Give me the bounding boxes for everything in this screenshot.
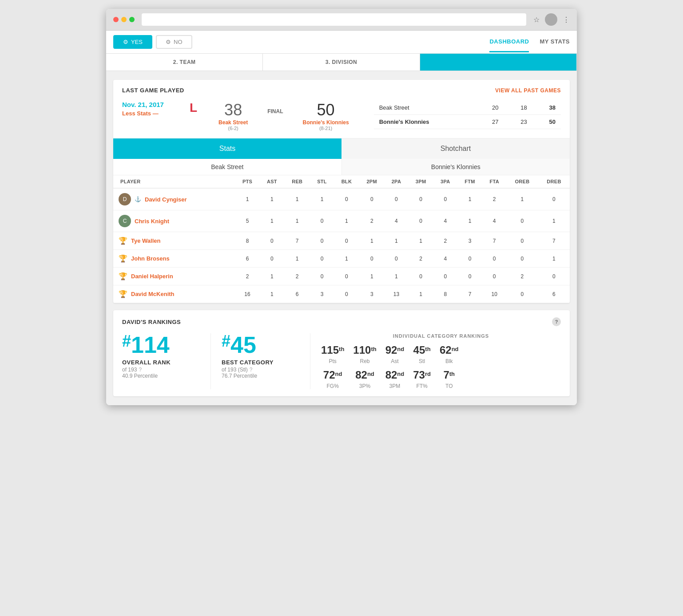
- trophy-icon: 🏆: [119, 290, 127, 298]
- team2-record: (8-21): [302, 126, 349, 131]
- player-name-link[interactable]: Tye Wallen: [131, 237, 160, 244]
- ind-rank-sup2: rd: [425, 371, 431, 377]
- stats-col-header: 2PA: [385, 175, 409, 188]
- nav-link-dashboard[interactable]: DASHBOARD: [489, 32, 529, 52]
- view-all-link[interactable]: VIEW ALL PAST GAMES: [495, 87, 561, 94]
- browser-icons: ☆ ⋮: [533, 13, 570, 26]
- score-table: Beak Street 20 18 38 Bonnie's Klonnies 2…: [374, 101, 561, 129]
- address-bar[interactable]: [142, 13, 526, 26]
- stats-col-header: PLAYER: [113, 175, 235, 188]
- player-name-link[interactable]: Chris Knight: [135, 218, 169, 225]
- ind-rank-col: 115th Pts 72nd FG%: [321, 344, 344, 389]
- ind-rank-num: 45: [413, 344, 425, 356]
- stats-col-header: 2PM: [359, 175, 385, 188]
- stats-cell: 4: [433, 250, 457, 268]
- ind-rank-label2: TO: [440, 383, 459, 389]
- toggle-yes-button[interactable]: ⚙ YES: [113, 35, 152, 49]
- stats-col-header: AST: [259, 175, 284, 188]
- stats-cell: 3: [310, 285, 334, 303]
- less-stats[interactable]: Less Stats —: [122, 110, 175, 117]
- player-cell: D⚓David Cyngiser: [113, 188, 235, 210]
- toggle-group: ⚙ YES ⚙ NO: [113, 31, 192, 53]
- stats-cell: 6: [284, 285, 310, 303]
- dot-green[interactable]: [129, 17, 135, 22]
- team1-score-block: 38 Beak Street (6-2): [211, 101, 255, 131]
- stats-cell: 0: [310, 210, 334, 232]
- ind-rank-sup: th: [339, 346, 344, 352]
- team2-name: Bonnie's Klonnies: [302, 119, 349, 126]
- score-table-row: Bonnie's Klonnies 27 23 50: [374, 115, 561, 129]
- player-name-link[interactable]: David McKenith: [131, 291, 175, 297]
- toggle-no-button[interactable]: ⚙ NO: [156, 35, 192, 49]
- stats-col-header: DREB: [538, 175, 570, 188]
- stats-cell: 0: [259, 232, 284, 250]
- stats-cell: 0: [334, 232, 359, 250]
- player-name-link[interactable]: Daniel Halperin: [131, 273, 173, 280]
- ind-rank-row2: 7th: [440, 369, 459, 381]
- best-cat-number: 45: [230, 333, 256, 356]
- star-icon[interactable]: ☆: [533, 16, 540, 24]
- stats-cell: 1: [457, 210, 483, 232]
- stats-cell: 1: [538, 210, 570, 232]
- stats-cell: 1: [284, 188, 310, 210]
- stats-table-row: 🏆Tye Wallen8070011123707: [113, 232, 570, 250]
- player-cell: 🏆Tye Wallen: [113, 232, 235, 250]
- ind-rank-row2: 82nd: [385, 369, 405, 381]
- stats-cell: 3: [359, 285, 385, 303]
- ind-rank-col: 45th Stl 73rd FT%: [413, 344, 431, 389]
- ind-rank-num: 110: [353, 344, 371, 356]
- stats-cell: 0: [457, 268, 483, 285]
- final-label: FINAL: [264, 108, 286, 115]
- last-game-title: LAST GAME PLAYED: [122, 87, 184, 94]
- stats-cell: 1: [284, 210, 310, 232]
- individual-rankings: INDIVIDUAL CATEGORY RANKINGS 115th Pts 7…: [321, 333, 561, 389]
- player-avatar: C: [119, 215, 131, 227]
- dot-red[interactable]: [113, 17, 119, 22]
- stats-cell: 0: [433, 268, 457, 285]
- trophy-icon: 🏆: [119, 254, 127, 263]
- browser-avatar[interactable]: [545, 13, 557, 26]
- ind-rank-sup2: nd: [367, 371, 374, 377]
- stats-cell: 0: [538, 268, 570, 285]
- nav-link-mystats[interactable]: MY STATS: [540, 32, 570, 52]
- step-2[interactable]: 2. TEAM: [106, 54, 263, 71]
- help-icon[interactable]: ?: [552, 317, 561, 326]
- team-header-beak: Beak Street: [113, 159, 342, 175]
- ind-rank-sup: th: [425, 346, 430, 352]
- stats-table-row: CChris Knight5110124041401: [113, 210, 570, 232]
- stats-cell: 0: [538, 188, 570, 210]
- player-cell: 🏆David McKenith: [113, 285, 235, 303]
- rankings-title: DAVID'S RANKINGS: [122, 319, 181, 325]
- player-name-link[interactable]: David Cyngiser: [145, 196, 187, 203]
- browser-dots: [113, 17, 135, 22]
- stats-cell: 1: [259, 268, 284, 285]
- tab-shotchart[interactable]: Shotchart: [342, 138, 570, 159]
- stats-cell: 1: [235, 188, 260, 210]
- stats-cell: 1: [334, 250, 359, 268]
- team-headers: Beak Street Bonnie's Klonnies: [113, 159, 570, 175]
- player-name-link[interactable]: John Brosens: [131, 255, 170, 262]
- stats-table-wrap: PLAYERPTSASTREBSTLBLK2PM2PA3PM3PAFTMFTAO…: [113, 175, 570, 303]
- ind-rank-num: 115: [321, 344, 339, 356]
- ind-rank-row2: 82nd: [353, 369, 376, 381]
- stats-header-row: PLAYERPTSASTREBSTLBLK2PM2PA3PM3PAFTMFTAO…: [113, 175, 570, 188]
- ind-rank-label: Reb: [353, 358, 376, 364]
- stats-cell: 10: [482, 285, 506, 303]
- dot-yellow[interactable]: [121, 17, 127, 22]
- stats-cell: 7: [284, 232, 310, 250]
- tab-stats[interactable]: Stats: [113, 138, 342, 159]
- stats-table-row: D⚓David Cyngiser1111000001210: [113, 188, 570, 210]
- stats-cell: 0: [433, 188, 457, 210]
- step-4[interactable]: [420, 54, 577, 71]
- step-3[interactable]: 3. DIVISION: [263, 54, 420, 71]
- stats-cell: 7: [457, 285, 483, 303]
- stats-cell: 7: [538, 232, 570, 250]
- gear-icon-no: ⚙: [166, 39, 171, 45]
- stats-cell: 1: [385, 232, 409, 250]
- stats-cell: 0: [482, 268, 506, 285]
- more-icon[interactable]: ⋮: [563, 16, 570, 24]
- player-avatar: D: [119, 193, 131, 205]
- trophy-icon: 🏆: [119, 237, 127, 245]
- ind-rank-sup: th: [371, 346, 376, 352]
- team1-score: 38: [218, 101, 248, 119]
